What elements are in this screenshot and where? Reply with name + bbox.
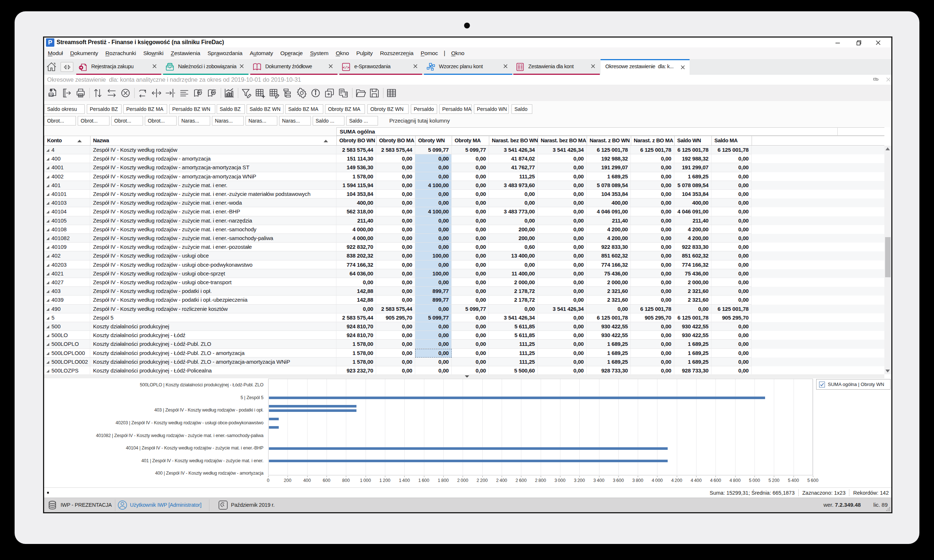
grid-row-40203[interactable]: 40203Zespół IV - Koszty według rodzajów … bbox=[44, 260, 885, 269]
cell-narast-bez-bo-ma[interactable]: 0,00 bbox=[538, 278, 587, 287]
expand-row-icon[interactable] bbox=[46, 166, 49, 169]
filter-chip[interactable]: Naras... bbox=[212, 116, 244, 126]
cell-konto[interactable]: 500LOPLO002 bbox=[44, 357, 90, 366]
cell-obroty-ma[interactable]: 0,00 bbox=[452, 278, 489, 287]
cell-obroty-bo-wn[interactable]: 1 594 115,94 bbox=[336, 181, 376, 190]
cell-konto[interactable]: 5 bbox=[44, 313, 90, 322]
menu-item-pomoc[interactable]: Pomoc bbox=[417, 50, 442, 57]
cell-narast-z-bo-wn[interactable]: 75 436,00 bbox=[587, 269, 631, 278]
cell-obroty-wn[interactable]: 0,00 bbox=[415, 216, 452, 225]
cell-narast-z-bo-ma[interactable]: 0,00 bbox=[631, 198, 674, 207]
tab-rejestracja-zakupu[interactable]: Rejestracja zakupu bbox=[76, 59, 161, 75]
cell-obroty-ma[interactable]: 0,00 bbox=[452, 251, 489, 260]
expand-row-icon[interactable] bbox=[46, 184, 49, 187]
cell-obroty-wn[interactable]: 100,00 bbox=[415, 251, 452, 260]
cell-obroty-ma[interactable]: 0,00 bbox=[452, 287, 489, 295]
cell-nazwa[interactable]: Zespół IV - Koszty według rodzajów - usł… bbox=[90, 251, 336, 260]
grid-row-401082[interactable]: 401082Zespół IV - Koszty według rodzajów… bbox=[44, 234, 885, 243]
cell-saldo-ma[interactable]: 0,00 bbox=[711, 207, 752, 216]
cell-narast-z-bo-ma[interactable]: 0,00 bbox=[631, 269, 674, 278]
table-grid-button[interactable] bbox=[386, 88, 397, 98]
cell-obroty-bo-wn[interactable]: 104 353,84 bbox=[336, 190, 376, 198]
cell-nazwa[interactable]: Zespół IV - Koszty według rodzajów - pod… bbox=[90, 287, 336, 295]
cell-narast-z-bo-wn[interactable]: 928 733,30 bbox=[587, 366, 631, 374]
grid-row-40109[interactable]: 40109Zespół IV - Koszty według rodzajów … bbox=[44, 243, 885, 251]
accounting-period[interactable]: Październik 2019 r. bbox=[231, 502, 275, 508]
cell-saldo-wn[interactable]: 930 422,55 bbox=[674, 331, 711, 340]
menu-item-okno[interactable]: Okno bbox=[332, 50, 352, 57]
expand-row-icon[interactable] bbox=[46, 369, 49, 372]
cell-saldo-ma[interactable]: 0,00 bbox=[711, 287, 752, 295]
expand-row-icon[interactable] bbox=[46, 175, 49, 178]
tab-close-icon[interactable] bbox=[590, 63, 596, 69]
cell-obroty-ma[interactable]: 0,00 bbox=[452, 172, 489, 181]
cell-nazwa[interactable]: Zespół IV - Koszty według rodzajów - pod… bbox=[90, 295, 336, 304]
cell-obroty-bo-ma[interactable]: 0,00 bbox=[376, 234, 415, 243]
cell-obroty-bo-wn[interactable]: 1 578,00 bbox=[336, 172, 376, 181]
cell-narast-bez-bo-ma[interactable]: 3 541 426,34 bbox=[538, 305, 587, 313]
cell-saldo-ma[interactable]: 0,00 bbox=[711, 322, 752, 331]
cell-nazwa[interactable]: Zespół IV - Koszty według rodzajów - zuż… bbox=[90, 216, 336, 225]
cell-konto[interactable]: 40104 bbox=[44, 207, 90, 216]
grid-edit-button[interactable] bbox=[269, 88, 280, 98]
grid-row-40103[interactable]: 40103Zespół IV - Koszty według rodzajów … bbox=[44, 198, 885, 207]
cell-narast-bez-bo-ma[interactable]: 0,00 bbox=[538, 269, 587, 278]
tab-close-icon[interactable] bbox=[503, 63, 509, 69]
menu-item-system[interactable]: System bbox=[306, 50, 332, 57]
menu-item-zestawienia[interactable]: Zestawienia bbox=[167, 50, 204, 57]
column-header-narast-z-bo-wn[interactable]: Narast. z BO WN bbox=[587, 136, 631, 146]
cell-obroty-bo-wn[interactable]: 0,00 bbox=[336, 305, 376, 313]
cell-konto[interactable]: 500LO bbox=[44, 331, 90, 340]
cell-nazwa[interactable]: Zespół IV - Koszty według rodzajów - usł… bbox=[90, 278, 336, 287]
cell-obroty-wn[interactable]: 0,00 bbox=[415, 198, 452, 207]
cell-obroty-bo-ma[interactable]: 0,00 bbox=[376, 172, 415, 181]
chart-bar-402[interactable] bbox=[269, 426, 279, 429]
column-header-saldo-wn[interactable]: Saldo WN bbox=[674, 136, 711, 146]
chart-bar-40104[interactable] bbox=[269, 447, 668, 450]
expand-row-icon[interactable] bbox=[46, 334, 49, 337]
cell-obroty-bo-ma[interactable]: 0,00 bbox=[376, 331, 415, 340]
cell-narast-z-bo-ma[interactable]: 0,00 bbox=[631, 225, 674, 234]
cell-saldo-ma[interactable]: 0,00 bbox=[711, 216, 752, 225]
filter-chip[interactable]: Persaldo WN bbox=[474, 104, 509, 114]
cell-saldo-wn[interactable]: 104 353,84 bbox=[674, 190, 711, 198]
tab-nale-no-ci-i-zobowi-zania[interactable]: Należności i zobowiązania bbox=[163, 59, 248, 75]
cell-narast-bez-bo-wn[interactable]: 41 874,02 bbox=[489, 154, 538, 163]
filter-chip[interactable]: Naras... bbox=[246, 116, 277, 126]
cell-obroty-ma[interactable]: 5 099,77 bbox=[452, 146, 489, 154]
expand-row-icon[interactable] bbox=[46, 237, 49, 240]
cell-narast-z-bo-wn[interactable]: 5 078 089,54 bbox=[587, 181, 631, 190]
cell-narast-bez-bo-ma[interactable]: 0,00 bbox=[538, 216, 587, 225]
cell-obroty-bo-wn[interactable]: 1 578,00 bbox=[336, 349, 376, 357]
cell-konto[interactable]: 401082 bbox=[44, 234, 90, 243]
cell-saldo-wn[interactable]: 774 166,32 bbox=[674, 260, 711, 269]
tab-okresowe-zestawienie-dla-k[interactable]: Okresowe zestawienie dla: k... bbox=[600, 59, 689, 75]
cell-narast-z-bo-ma[interactable]: 0,00 bbox=[631, 295, 674, 304]
database-name[interactable]: IWP - PREZENTACJA bbox=[60, 502, 112, 508]
tab-close-icon[interactable] bbox=[239, 63, 245, 69]
sql-export-button[interactable]: SQL bbox=[48, 88, 58, 98]
grid-row-500LO[interactable]: 500LOKoszty działalności produkcyjnej - … bbox=[44, 331, 885, 340]
filter-edit-button[interactable] bbox=[241, 88, 252, 98]
cell-nazwa[interactable]: Koszty działalności produkcyjnej bbox=[90, 322, 336, 331]
cell-obroty-bo-wn[interactable]: 149 536,30 bbox=[336, 163, 376, 172]
cell-konto[interactable]: 403 bbox=[44, 287, 90, 295]
cell-narast-bez-bo-ma[interactable]: 0,00 bbox=[538, 154, 587, 163]
cell-saldo-ma[interactable]: 0,00 bbox=[711, 331, 752, 340]
expand-row-icon[interactable] bbox=[46, 308, 49, 311]
cell-obroty-wn[interactable]: 0,00 bbox=[415, 366, 452, 374]
expand-row-icon[interactable] bbox=[46, 317, 49, 320]
grid-row-4027[interactable]: 4027Zespół IV - Koszty według rodzajów -… bbox=[44, 278, 885, 287]
cell-saldo-wn[interactable]: 1 689,25 bbox=[674, 172, 711, 181]
cell-obroty-bo-ma[interactable]: 2 583 575,44 bbox=[376, 305, 415, 313]
cell-obroty-wn[interactable]: 899,77 bbox=[415, 295, 452, 304]
cell-saldo-wn[interactable]: 211,40 bbox=[674, 216, 711, 225]
cell-saldo-ma[interactable]: 0,00 bbox=[711, 225, 752, 234]
legend-checkbox[interactable] bbox=[819, 382, 825, 388]
menu-item-sowniki[interactable]: Słowniki bbox=[140, 50, 167, 57]
cell-konto[interactable]: 40101 bbox=[44, 190, 90, 198]
print-button[interactable] bbox=[75, 88, 86, 98]
cell-narast-z-bo-wn[interactable]: 6 125 001,78 bbox=[587, 313, 631, 322]
cell-narast-z-bo-wn[interactable]: 930 422,55 bbox=[587, 331, 631, 340]
cell-narast-bez-bo-ma[interactable]: 0,00 bbox=[538, 251, 587, 260]
